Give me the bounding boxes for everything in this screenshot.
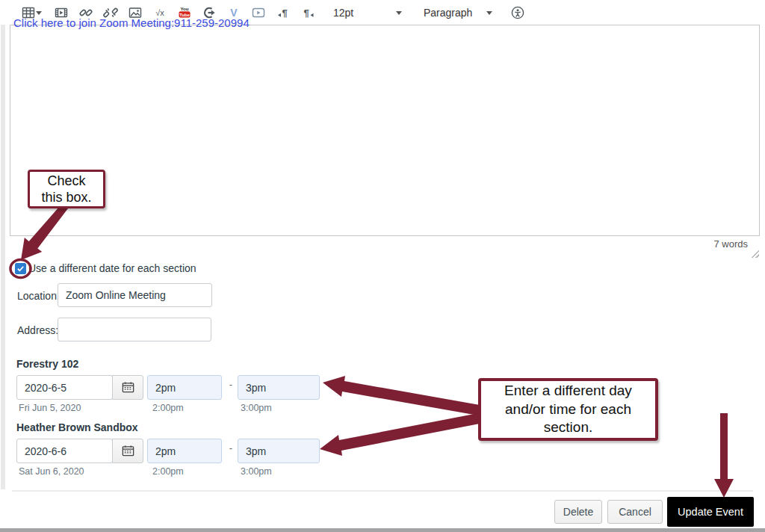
ltr-paragraph-icon: ¶: [276, 5, 291, 20]
svg-text:¶: ¶: [303, 7, 309, 18]
section-1-end-time-input[interactable]: [238, 375, 320, 400]
rich-text-editor-body[interactable]: [10, 25, 760, 236]
callout-line: this box.: [41, 189, 91, 206]
section-2-end-time-input[interactable]: [238, 439, 320, 463]
section-name: Heather Brown Sandbox: [16, 421, 138, 433]
font-size-value: 12pt: [333, 7, 353, 19]
start-time-helper: 2:00pm: [152, 403, 184, 413]
date-helper: Fri Jun 5, 2020: [19, 403, 81, 413]
section-1-date-picker-button[interactable]: [112, 375, 143, 400]
font-size-select[interactable]: 12pt: [332, 3, 403, 22]
time-separator: -: [226, 379, 235, 390]
location-input[interactable]: [58, 283, 212, 307]
svg-text:¶: ¶: [282, 7, 287, 18]
arrow-to-update-button: [714, 413, 734, 498]
cancel-button[interactable]: Cancel: [607, 500, 663, 524]
svg-text:√x: √x: [155, 8, 164, 17]
callout-line: and/or time for each: [505, 400, 631, 419]
rtl-paragraph-button[interactable]: ¶: [298, 3, 318, 22]
left-edge-strip: [1, 25, 5, 489]
callout-line: Check: [47, 173, 85, 190]
delete-button[interactable]: Delete: [554, 500, 602, 524]
address-label: Address:: [17, 324, 58, 336]
callout-enter-different-day: Enter a different day and/or time for ea…: [478, 378, 658, 441]
date-helper: Sat Jun 6, 2020: [19, 466, 84, 477]
section-2-date-picker-button[interactable]: [112, 439, 143, 463]
word-count: 7 words: [713, 238, 748, 250]
callout-line: section.: [544, 418, 592, 437]
section-2-date-input[interactable]: [16, 439, 113, 463]
section-1-start-time-input[interactable]: [147, 375, 222, 400]
arrow-to-section-1-time: [323, 376, 480, 415]
calendar-event-edit-form: √x YouTube V ¶ ¶ 12pt Paragraph: [0, 0, 765, 532]
end-time-helper: 3:00pm: [241, 403, 272, 413]
time-separator: -: [226, 442, 235, 454]
video-play-icon: [251, 5, 266, 20]
end-time-helper: 3:00pm: [241, 466, 272, 477]
section-name: Forestry 102: [16, 358, 78, 370]
checkmark-icon: [16, 265, 25, 273]
callout-line: Enter a different day: [504, 382, 632, 400]
update-event-button[interactable]: Update Event: [667, 497, 754, 527]
section-2-start-time-input[interactable]: [147, 439, 222, 463]
chevron-down-icon: [486, 11, 492, 18]
arrow-to-section-2-time: [320, 413, 480, 456]
different-date-checkbox[interactable]: [15, 263, 26, 274]
calendar-icon: [121, 444, 135, 458]
calendar-icon: [121, 380, 135, 395]
paragraph-format-select[interactable]: Paragraph: [422, 3, 494, 22]
location-label: Location:: [17, 290, 60, 302]
rtl-paragraph-icon: ¶: [300, 5, 315, 20]
footer-divider: [12, 490, 753, 492]
editor-resize-grip[interactable]: [751, 250, 759, 258]
accessibility-icon: [510, 5, 525, 20]
accessibility-checker-button[interactable]: [508, 3, 527, 22]
ltr-paragraph-button[interactable]: ¶: [273, 3, 293, 22]
start-time-helper: 2:00pm: [152, 466, 184, 477]
address-input[interactable]: [58, 318, 211, 341]
media-button[interactable]: [249, 3, 268, 22]
chevron-down-icon: [396, 11, 402, 18]
different-date-label: Use a different date for each section: [28, 262, 196, 274]
format-value: Paragraph: [424, 7, 472, 19]
callout-check-this-box: Check this box.: [28, 170, 105, 208]
section-1-date-input[interactable]: [16, 375, 113, 400]
svg-text:You: You: [180, 6, 188, 11]
zoom-meeting-link[interactable]: Click here to join Zoom Meeting:911-259-…: [13, 16, 250, 29]
bottom-edge-strip: [0, 528, 765, 532]
